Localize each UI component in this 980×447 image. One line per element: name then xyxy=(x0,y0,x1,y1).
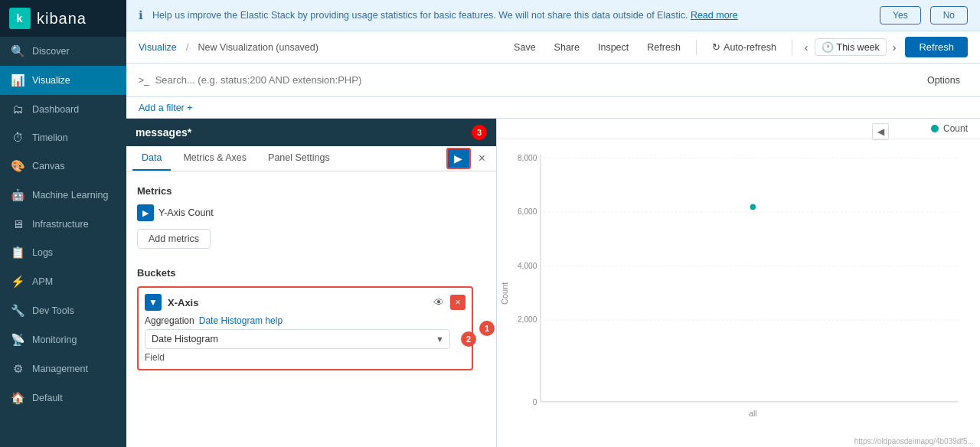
options-button[interactable]: Options xyxy=(920,72,968,89)
chart-legend: Count xyxy=(497,119,980,139)
info-icon: ℹ xyxy=(139,8,143,22)
play-btn-wrap: ▶ × xyxy=(446,148,490,169)
bucket-header: ▼ X-Axis 👁 × xyxy=(145,294,466,311)
save-button[interactable]: Save xyxy=(508,39,542,56)
sidebar-item-dev-tools[interactable]: 🔧 Dev Tools xyxy=(0,296,126,325)
bucket-label: X-Axis xyxy=(168,297,427,308)
aggregation-row: Aggregation Date Histogram help xyxy=(145,315,466,326)
add-metrics-button[interactable]: Add metrics xyxy=(137,229,211,249)
chart-svg: 8,000 6,000 4,000 2,000 0 all xyxy=(512,139,980,447)
collapse-panel-button[interactable]: ◀ xyxy=(872,123,889,140)
time-range-picker[interactable]: 🕐 This week xyxy=(815,38,887,56)
sidebar: k kibana 🔍 Discover 📊 Visualize 🗂 Dashbo… xyxy=(0,0,126,447)
svg-point-11 xyxy=(750,204,756,210)
breadcrumb-parent[interactable]: Visualize xyxy=(139,42,177,53)
sidebar-item-label: APM xyxy=(32,276,53,287)
svg-text:all: all xyxy=(749,409,756,418)
breadcrumb-separator: / xyxy=(186,41,189,53)
share-button[interactable]: Share xyxy=(548,39,586,56)
main-content: ℹ Help us improve the Elastic Stack by p… xyxy=(126,0,980,447)
canvas-icon: 🎨 xyxy=(11,159,24,173)
logo-icon: k xyxy=(9,8,31,29)
date-histogram-help-link[interactable]: Date Histogram help xyxy=(199,315,283,326)
add-filter-button[interactable]: Add a filter + xyxy=(139,103,193,113)
sidebar-item-timelion[interactable]: ⏱ Timelion xyxy=(0,123,126,152)
sidebar-item-label: Monitoring xyxy=(32,334,77,345)
app-logo: k kibana xyxy=(0,0,126,37)
inspect-button[interactable]: Inspect xyxy=(592,39,635,56)
refresh-topbar-button[interactable]: Refresh xyxy=(641,39,687,56)
aggregation-label: Aggregation xyxy=(145,315,194,326)
svg-text:8,000: 8,000 xyxy=(518,153,537,162)
yes-button[interactable]: Yes xyxy=(880,6,921,24)
metric-label: Y-Axis Count xyxy=(158,207,214,218)
y-axis-label: Count xyxy=(497,139,512,447)
tooltip-url: https://oldpaosdeimapq/4b039df5... xyxy=(848,436,980,447)
sidebar-item-label: Infrastructure xyxy=(32,219,89,230)
sidebar-item-discover[interactable]: 🔍 Discover xyxy=(0,37,126,66)
buckets-section-title: Buckets xyxy=(137,267,485,279)
chart-area: ◀ Count Count 8,000 xyxy=(497,119,980,447)
metrics-section-title: Metrics xyxy=(137,185,485,197)
sidebar-item-apm[interactable]: ⚡ APM xyxy=(0,267,126,296)
bucket-item-xaxis: ▼ X-Axis 👁 × Aggregation Date Histogram … xyxy=(137,286,473,370)
sidebar-item-label: Timelion xyxy=(32,132,68,143)
monitoring-icon: 📡 xyxy=(11,333,24,347)
sidebar-item-machine-learning[interactable]: 🤖 Machine Learning xyxy=(0,181,126,210)
tab-data[interactable]: Data xyxy=(132,146,171,171)
sidebar-item-dashboard[interactable]: 🗂 Dashboard xyxy=(0,95,126,123)
sidebar-item-label: Machine Learning xyxy=(32,190,108,201)
buckets-section: Buckets ▼ X-Axis 👁 × Aggregation xyxy=(137,267,485,370)
sidebar-item-label: Canvas xyxy=(32,161,64,171)
tab-panel-settings[interactable]: Panel Settings xyxy=(259,146,339,171)
bucket-eye-button[interactable]: 👁 xyxy=(433,296,444,308)
machine-learning-icon: 🤖 xyxy=(11,188,24,202)
search-bar: >_ Options xyxy=(126,64,980,97)
app-name: kibana xyxy=(37,10,87,28)
legend-label: Count xyxy=(943,123,968,134)
topbar: Visualize / New Visualization (unsaved) … xyxy=(126,31,980,64)
refresh-main-button[interactable]: Refresh xyxy=(905,37,968,57)
time-forward-button[interactable]: › xyxy=(890,40,900,55)
close-button[interactable]: × xyxy=(474,150,490,167)
svg-text:0: 0 xyxy=(533,398,537,406)
chart-wrapper: Count 8,000 6,000 4,000 2,00 xyxy=(497,139,980,447)
topbar-divider2 xyxy=(792,40,792,55)
sidebar-item-label: Visualize xyxy=(32,75,70,86)
badge-1: 1 xyxy=(479,321,495,336)
field-label: Field xyxy=(145,352,466,363)
panel-content: Metrics ▶ Y-Axis Count Add metrics Bucke… xyxy=(126,171,496,447)
sidebar-item-infrastructure[interactable]: 🖥 Infrastructure xyxy=(0,210,126,238)
bucket-remove-button[interactable]: × xyxy=(450,295,466,310)
search-input[interactable] xyxy=(155,74,913,86)
bucket-toggle-button[interactable]: ▼ xyxy=(145,294,162,311)
metric-toggle-icon[interactable]: ▶ xyxy=(137,204,154,221)
auto-refresh-button[interactable]: ↻ Auto-refresh xyxy=(706,39,782,55)
legend-dot xyxy=(931,125,939,132)
refresh-icon: ↻ xyxy=(712,41,720,53)
sidebar-item-management[interactable]: ⚙ Management xyxy=(0,354,126,383)
time-back-button[interactable]: ‹ xyxy=(802,40,812,55)
auto-refresh-label: Auto-refresh xyxy=(724,42,776,53)
svg-text:4,000: 4,000 xyxy=(518,261,537,269)
tab-metrics-axes[interactable]: Metrics & Axes xyxy=(174,146,256,171)
sidebar-item-monitoring[interactable]: 📡 Monitoring xyxy=(0,325,126,354)
aggregation-select[interactable]: Date Histogram Histogram Range Terms xyxy=(145,329,450,349)
play-button[interactable]: ▶ xyxy=(446,148,471,169)
sidebar-item-visualize[interactable]: 📊 Visualize xyxy=(0,66,126,95)
apm-icon: ⚡ xyxy=(11,275,24,289)
visualize-icon: 📊 xyxy=(11,73,24,87)
aggregation-select-wrap: Date Histogram Histogram Range Terms ▼ xyxy=(145,329,450,349)
no-button[interactable]: No xyxy=(930,6,968,24)
management-icon: ⚙ xyxy=(11,362,24,376)
panel-tabs: Data Metrics & Axes Panel Settings ▶ × xyxy=(126,146,496,171)
sidebar-item-default[interactable]: 🏠 Default xyxy=(0,383,126,413)
logs-icon: 📋 xyxy=(11,246,24,259)
read-more-link[interactable]: Read more xyxy=(691,10,738,21)
sidebar-item-canvas[interactable]: 🎨 Canvas xyxy=(0,152,126,181)
panel-header: messages* 3 xyxy=(126,119,496,146)
visualization-editor: messages* 3 Data Metrics & Axes Panel Se… xyxy=(126,119,497,447)
banner-text: Help us improve the Elastic Stack by pro… xyxy=(152,10,871,21)
clock-icon: 🕐 xyxy=(822,41,834,53)
sidebar-item-logs[interactable]: 📋 Logs xyxy=(0,238,126,267)
